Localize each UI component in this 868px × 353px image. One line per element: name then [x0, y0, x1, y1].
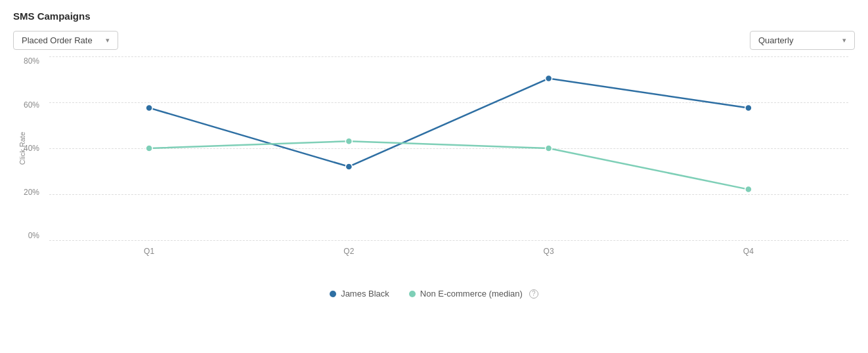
x-tick-q4: Q4 [743, 247, 754, 256]
dot-s2-q3 [546, 145, 552, 152]
y-tick-0: 0% [13, 231, 39, 240]
legend-dot-series2 [409, 291, 416, 297]
dot-s2-q4 [745, 186, 752, 193]
x-tick-q3: Q3 [544, 247, 554, 256]
legend-label-series2: Non E-commerce (median) [420, 289, 523, 299]
dot-s2-q2 [345, 138, 352, 144]
help-icon[interactable]: ? [529, 289, 538, 299]
y-tick-60: 60% [13, 100, 39, 110]
legend: James Black Non E-commerce (median) ? [13, 289, 855, 299]
metric-dropdown-chevron: ▾ [106, 36, 110, 45]
period-dropdown[interactable]: Quarterly ▾ [750, 31, 855, 50]
dot-s1-q3 [546, 75, 552, 82]
y-axis-labels: 80% 60% 40% 20% 0% [13, 56, 39, 240]
legend-item-series2: Non E-commerce (median) ? [409, 289, 538, 299]
y-tick-20: 20% [13, 188, 39, 197]
chart-svg [49, 56, 848, 240]
controls-row: Placed Order Rate ▾ Quarterly ▾ [13, 31, 855, 50]
x-tick-q1: Q1 [144, 247, 154, 256]
x-tick-q2: Q2 [343, 247, 354, 256]
y-tick-40: 40% [13, 144, 39, 153]
dot-s1-q2 [345, 163, 352, 170]
dot-s2-q1 [146, 145, 152, 152]
period-dropdown-label: Quarterly [758, 35, 793, 45]
chart-inner [49, 56, 848, 240]
dot-s1-q4 [745, 104, 752, 111]
dot-s1-q1 [146, 104, 152, 111]
x-axis: Q1 Q2 Q3 Q4 [49, 240, 848, 256]
metric-dropdown[interactable]: Placed Order Rate ▾ [13, 31, 118, 50]
page-title: SMS Campaigns [13, 10, 855, 22]
chart-area: Click Rate 80% 60% 40% 20% 0% [13, 56, 855, 280]
legend-dot-series1 [330, 291, 336, 297]
period-dropdown-chevron: ▾ [842, 36, 846, 45]
legend-label-series1: James Black [341, 289, 389, 299]
page-container: SMS Campaigns Placed Order Rate ▾ Quarte… [0, 0, 868, 353]
y-tick-80: 80% [13, 56, 39, 66]
metric-dropdown-label: Placed Order Rate [22, 35, 93, 45]
legend-item-series1: James Black [330, 289, 389, 299]
